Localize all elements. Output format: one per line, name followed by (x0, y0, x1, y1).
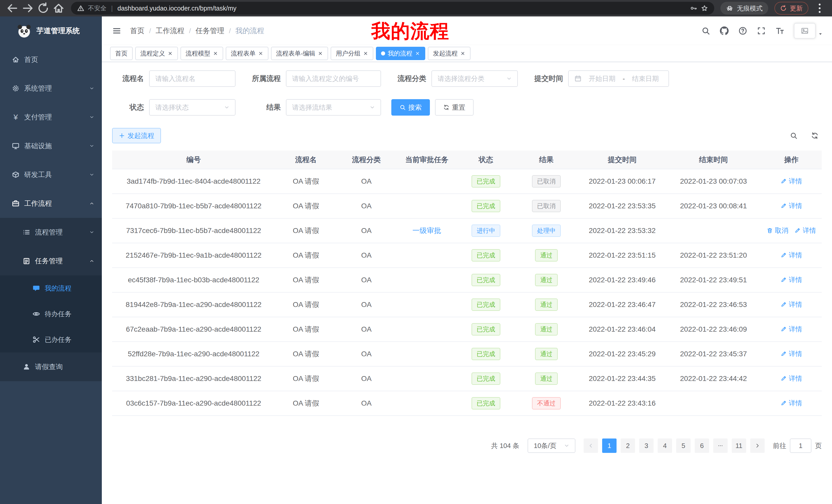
tab-发起流程[interactable]: 发起流程 (428, 47, 470, 60)
date-range-picker[interactable]: 开始日期 - 结束日期 (568, 71, 669, 87)
password-key-icon[interactable] (690, 5, 697, 12)
tab-流程定义[interactable]: 流程定义 (135, 47, 178, 60)
sidebar-item-payment[interactable]: ¥支付管理 (0, 103, 102, 132)
close-icon[interactable] (363, 51, 368, 56)
sidebar-item-leave-query[interactable]: 请假查询 (0, 353, 102, 381)
browser-reload-icon[interactable] (37, 2, 49, 15)
sidebar-item-my-process[interactable]: 我的流程 (0, 275, 102, 301)
user-menu[interactable] (794, 23, 823, 38)
task-link[interactable]: 一级审批 (412, 227, 441, 234)
status-select[interactable]: 请选择状态 (149, 99, 235, 116)
yen-icon: ¥ (12, 113, 20, 121)
help-icon[interactable] (738, 26, 747, 35)
close-icon[interactable] (318, 51, 323, 56)
chevron-down-icon (89, 230, 94, 234)
process-name-input[interactable]: 请输入流程名 (149, 71, 235, 87)
reset-button[interactable]: 重置 (435, 99, 474, 116)
breadcrumb-item[interactable]: 任务管理 (196, 26, 224, 36)
pager-page-6[interactable]: 6 (695, 439, 709, 453)
breadcrumb-item[interactable]: 首页 (130, 26, 145, 36)
sidebar-item-process-mgmt[interactable]: 流程管理 (0, 218, 102, 247)
sidebar-item-task-mgmt[interactable]: 任务管理 (0, 247, 102, 275)
refresh-table-icon[interactable] (811, 132, 818, 139)
sidebar-toggle-icon[interactable] (112, 26, 121, 35)
cell-id: 03c6c157-7b9a-11ec-a290-acde48001122 (112, 391, 275, 416)
sidebar-item-devtools[interactable]: 研发工具 (0, 160, 102, 189)
detail-action-link[interactable]: 详情 (781, 275, 802, 284)
pager-page-3[interactable]: 3 (639, 439, 654, 453)
result-tag: 不通过 (532, 397, 561, 410)
cell-name: OA 请假 (275, 292, 337, 317)
next-page-button[interactable] (750, 439, 765, 453)
process-def-input[interactable]: 请输入流程定义的编号 (286, 71, 381, 87)
action-label: 详情 (789, 374, 802, 383)
prev-page-button[interactable] (583, 439, 598, 453)
browser-menu-icon[interactable] (813, 2, 826, 15)
search-button[interactable]: 搜索 (391, 99, 430, 116)
detail-action-link[interactable]: 详情 (781, 201, 802, 211)
detail-action-link[interactable]: 详情 (781, 251, 802, 260)
detail-action-link[interactable]: 详情 (781, 374, 802, 383)
breadcrumb-item[interactable]: 工作流程 (156, 26, 184, 36)
detail-action-link[interactable]: 详情 (781, 399, 802, 408)
goto-page-input[interactable]: 1 (790, 439, 811, 453)
sidebar-item-workflow[interactable]: 工作流程 (0, 189, 102, 218)
toggle-search-icon[interactable] (790, 132, 798, 139)
detail-action-link[interactable]: 详情 (781, 325, 802, 334)
create-process-button[interactable]: 发起流程 (112, 128, 161, 143)
tab-首页[interactable]: 首页 (110, 47, 133, 60)
sidebar-item-infrastructure[interactable]: 基础设施 (0, 132, 102, 160)
detail-action-link[interactable]: 详情 (795, 226, 816, 235)
table-row: 7317cec6-7b9b-11ec-b5b7-acde48001122OA 请… (112, 218, 822, 243)
close-icon[interactable] (415, 51, 420, 56)
close-icon[interactable] (167, 51, 173, 56)
edit-icon (781, 203, 787, 209)
category-select[interactable]: 请选择流程分类 (432, 71, 518, 87)
tab-流程表单-编辑[interactable]: 流程表单-编辑 (271, 47, 328, 60)
sidebar-item-todo-task[interactable]: 待办任务 (0, 301, 102, 327)
table-row: 03c6c157-7b9a-11ec-a290-acde48001122OA 请… (112, 391, 822, 416)
sidebar-item-done-task[interactable]: 已办任务 (0, 327, 102, 353)
detail-action-link[interactable]: 详情 (781, 300, 802, 309)
cancel-action-link[interactable]: 取消 (767, 226, 788, 235)
tab-用户分组[interactable]: 用户分组 (331, 47, 373, 60)
browser-update-button[interactable]: 更新 (774, 2, 808, 15)
app-logo[interactable]: 芋道管理系统 (0, 17, 102, 45)
action-label: 详情 (789, 349, 802, 358)
pager-page-4[interactable]: 4 (658, 439, 672, 453)
address-bar[interactable]: 不安全 | dashboard.yudao.iocoder.cn/bpm/tas… (71, 2, 714, 15)
cell-category: OA (337, 366, 396, 391)
table-row: 819442e8-7b9a-11ec-a290-acde48001122OA 请… (112, 292, 822, 317)
pager-page-1[interactable]: 1 (602, 439, 617, 453)
font-size-icon[interactable] (775, 26, 784, 35)
bookmark-star-icon[interactable] (701, 5, 708, 12)
sidebar-item-system[interactable]: 系统管理 (0, 74, 102, 103)
cell-id: 67c2eaab-7b9a-11ec-a290-acde48001122 (112, 317, 275, 342)
browser-home-icon[interactable] (52, 2, 65, 15)
detail-action-link[interactable]: 详情 (781, 349, 802, 358)
tab-流程表单[interactable]: 流程表单 (226, 47, 268, 60)
close-icon[interactable] (460, 51, 465, 56)
plus-icon (119, 133, 125, 139)
fullscreen-icon[interactable] (757, 26, 766, 35)
tab-流程模型[interactable]: 流程模型 (181, 47, 223, 60)
detail-action-link[interactable]: 详情 (781, 177, 802, 186)
pager-page-2[interactable]: 2 (621, 439, 635, 453)
cell-actions: 详情 (761, 243, 822, 268)
browser-back-icon[interactable] (6, 2, 19, 15)
close-icon[interactable] (213, 51, 218, 56)
close-icon[interactable] (258, 51, 263, 56)
result-select[interactable]: 请选择流结果 (286, 99, 381, 116)
result-tag: 通过 (535, 372, 558, 385)
header-search-icon[interactable] (701, 26, 710, 35)
page-size-select[interactable]: 10条/页 (527, 439, 575, 453)
github-icon[interactable] (720, 26, 729, 35)
sidebar-item-home[interactable]: 首页 (0, 45, 102, 74)
cell-status: 已完成 (458, 243, 514, 268)
browser-forward-icon[interactable] (22, 2, 34, 15)
table-row: 67c2eaab-7b9a-11ec-a290-acde48001122OA 请… (112, 317, 822, 342)
tab-我的流程[interactable]: 我的流程 (376, 47, 425, 60)
pager-page-11[interactable]: 11 (732, 439, 746, 453)
pager-page-5[interactable]: 5 (676, 439, 691, 453)
pager-more-button[interactable] (713, 439, 728, 453)
